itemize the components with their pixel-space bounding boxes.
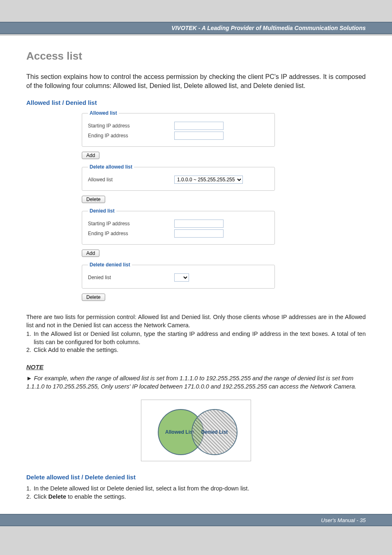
allowed-list-legend: Allowed list — [88, 110, 119, 116]
step2-1: In the Delete allowed list or Delete den… — [34, 485, 366, 493]
delete-denied-label: Denied list — [88, 275, 174, 280]
intro-paragraph: This section explains how to control the… — [26, 72, 366, 90]
page-title: Access list — [26, 50, 366, 62]
step2-2: Click Delete to enable the settings. — [34, 493, 366, 501]
allowed-add-button[interactable]: Add — [82, 152, 99, 159]
allowed-end-input[interactable] — [174, 132, 224, 140]
denied-add-button[interactable]: Add — [82, 250, 99, 257]
denied-end-label: Ending IP address — [88, 231, 174, 236]
step1-2: Click Add to enable the settings. — [34, 346, 366, 354]
delete-denied-fieldset: Delete denied list Denied list — [82, 262, 275, 289]
delete-allowed-button[interactable]: Delete — [82, 196, 105, 203]
step1-1: In the Allowed list or Denied list colum… — [34, 330, 366, 346]
note-body: ► For example, when the range of allowed… — [26, 375, 366, 391]
bottom-margin — [0, 526, 392, 539]
footer-text: User's Manual - 35 — [321, 517, 366, 523]
allowed-end-label: Ending IP address — [88, 133, 174, 139]
top-margin — [0, 0, 392, 22]
venn-denied-label: Denied List — [201, 429, 228, 435]
steps-list-2: 1.In the Delete allowed list or Delete d… — [26, 485, 366, 501]
page-content: Access list This section explains how to… — [0, 36, 392, 514]
denied-start-label: Starting IP address — [88, 221, 174, 227]
delete-allowed-select[interactable]: 1.0.0.0 ~ 255.255.255.255 — [174, 176, 243, 184]
body-paragraph-1: There are two lists for permission contr… — [26, 313, 366, 329]
allowed-start-input[interactable] — [174, 122, 224, 130]
denied-list-legend: Denied list — [88, 208, 116, 214]
delete-denied-legend: Delete denied list — [88, 262, 132, 268]
access-list-ui: Allowed list Starting IP address Ending … — [82, 110, 275, 306]
allowed-start-label: Starting IP address — [88, 123, 174, 129]
note-heading: NOTE — [26, 363, 366, 370]
denied-start-input[interactable] — [174, 220, 224, 228]
footer-bar: User's Manual - 35 — [0, 514, 392, 526]
delete-denied-select[interactable] — [174, 273, 189, 282]
header-bar: VIVOTEK - A Leading Provider of Multimed… — [0, 22, 392, 34]
header-brand: VIVOTEK - A Leading Provider of Multimed… — [171, 25, 366, 31]
allowed-list-fieldset: Allowed list Starting IP address Ending … — [82, 110, 275, 147]
delete-allowed-legend: Delete allowed list — [88, 164, 134, 170]
denied-end-input[interactable] — [174, 229, 224, 238]
section-allowed-denied-title: Allowed list / Denied list — [26, 99, 366, 106]
venn-allowed-label: Allowed List — [165, 429, 194, 435]
venn-denied-circle: Denied List — [191, 409, 238, 455]
delete-denied-button[interactable]: Delete — [82, 294, 105, 301]
venn-diagram: Allowed List Denied List — [141, 400, 251, 461]
delete-allowed-fieldset: Delete allowed list Allowed list 1.0.0.0… — [82, 164, 275, 191]
section-delete-lists-title: Delete allowed list / Delete denied list — [26, 474, 366, 481]
steps-list-1: 1.In the Allowed list or Denied list col… — [26, 330, 366, 354]
denied-list-fieldset: Denied list Starting IP address Ending I… — [82, 208, 275, 245]
delete-allowed-label: Allowed list — [88, 177, 174, 183]
